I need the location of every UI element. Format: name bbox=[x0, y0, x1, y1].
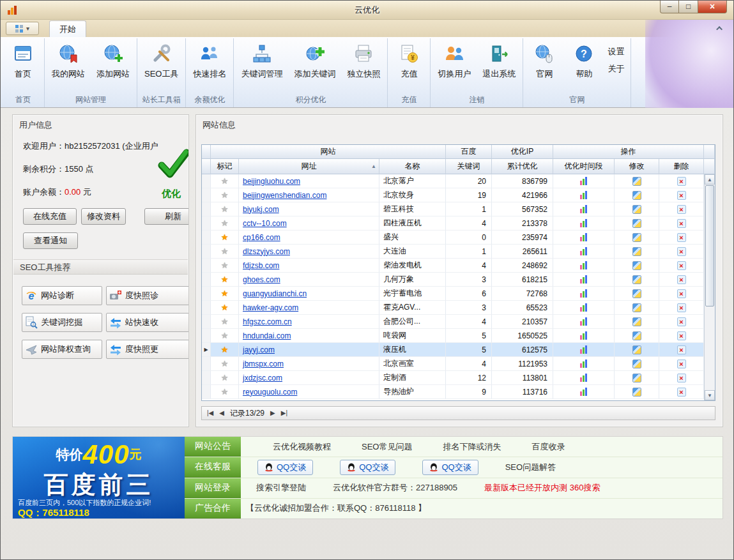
table-row[interactable]: ★ghoes.com几何万象3618215× bbox=[202, 273, 715, 287]
star-icon[interactable]: ★ bbox=[221, 261, 229, 270]
delete-icon[interactable]: × bbox=[677, 261, 686, 270]
site-url-link[interactable]: guangyudianchi.cn bbox=[243, 289, 307, 298]
ribbon-button-help[interactable]: ? 帮助 bbox=[564, 38, 604, 92]
group-header-ops[interactable]: 操作 bbox=[553, 145, 704, 159]
star-icon[interactable]: ★ bbox=[221, 373, 229, 382]
site-url-link[interactable]: reyouguolu.com bbox=[243, 388, 297, 397]
tool-site-diagnose[interactable]: e 网站诊断 bbox=[22, 286, 102, 305]
edit-icon[interactable] bbox=[632, 219, 641, 228]
delete-icon[interactable]: × bbox=[677, 345, 686, 354]
app-menu-button[interactable]: ▾ bbox=[6, 22, 39, 35]
delete-icon[interactable]: × bbox=[677, 205, 686, 214]
edit-icon[interactable] bbox=[632, 289, 641, 298]
edit-icon[interactable] bbox=[632, 233, 641, 242]
site-url-link[interactable]: hawker-agv.com bbox=[243, 303, 298, 312]
edit-icon[interactable] bbox=[632, 388, 641, 397]
refresh-button[interactable]: 刷新 bbox=[144, 208, 189, 225]
column-header-url[interactable]: 网址▲ bbox=[239, 159, 379, 174]
table-row[interactable]: ★hfgszc.com.cn合肥公司...4210357× bbox=[202, 315, 715, 329]
link-video-tutorial[interactable]: 云优化视频教程 bbox=[273, 441, 331, 453]
delete-icon[interactable]: × bbox=[677, 177, 686, 186]
ad-banner[interactable]: 特价400元 百度前三 百度前三页内，500以下指数的正规企业词! QQ：765… bbox=[13, 437, 185, 518]
delete-icon[interactable]: × bbox=[677, 191, 686, 200]
group-header-baidu[interactable]: 百度 bbox=[446, 145, 492, 159]
next-record-button[interactable]: ▶ bbox=[270, 410, 275, 416]
table-row[interactable]: ★hawker-agv.com霍克AGV...365523× bbox=[202, 301, 715, 315]
delete-icon[interactable]: × bbox=[677, 233, 686, 242]
star-icon[interactable]: ★ bbox=[221, 331, 229, 340]
seo-qa-text[interactable]: SEO问题解答 bbox=[505, 462, 556, 473]
column-header-edit[interactable]: 修改 bbox=[615, 159, 659, 174]
delete-icon[interactable]: × bbox=[677, 359, 686, 368]
delete-icon[interactable]: × bbox=[677, 247, 686, 256]
time-period-chart-icon[interactable] bbox=[580, 177, 587, 185]
site-url-link[interactable]: hfgszc.com.cn bbox=[243, 317, 292, 326]
star-icon[interactable]: ★ bbox=[221, 232, 229, 242]
delete-icon[interactable]: × bbox=[677, 219, 686, 228]
star-icon[interactable]: ★ bbox=[221, 289, 229, 298]
time-period-chart-icon[interactable] bbox=[580, 261, 587, 269]
maximize-button[interactable]: □ bbox=[679, 1, 698, 13]
scroll-down-arrow[interactable]: ▼ bbox=[705, 390, 715, 400]
edit-icon[interactable] bbox=[632, 205, 641, 214]
qq-chat-button[interactable]: QQ交谈 bbox=[340, 460, 395, 475]
ribbon-button-recharge[interactable]: ¥ 充值 bbox=[389, 38, 429, 92]
time-period-chart-icon[interactable] bbox=[580, 191, 587, 199]
edit-icon[interactable] bbox=[632, 191, 641, 200]
ribbon-button-fast-rank[interactable]: 快速排名 bbox=[187, 38, 232, 92]
time-period-chart-icon[interactable] bbox=[580, 388, 587, 396]
tab-start[interactable]: 开始 bbox=[49, 20, 86, 37]
star-icon[interactable]: ★ bbox=[221, 387, 229, 397]
delete-icon[interactable]: × bbox=[677, 289, 686, 298]
tool-snapshot-update[interactable]: 度快照更 bbox=[106, 340, 189, 359]
edit-icon[interactable] bbox=[632, 275, 641, 284]
edit-icon[interactable] bbox=[632, 177, 641, 186]
edit-icon[interactable] bbox=[632, 374, 641, 382]
edit-profile-button[interactable]: 修改资料 bbox=[81, 208, 126, 225]
time-period-chart-icon[interactable] bbox=[580, 247, 587, 255]
time-period-chart-icon[interactable] bbox=[580, 317, 587, 326]
site-url-link[interactable]: dlzszyjys.com bbox=[243, 247, 290, 256]
star-icon[interactable]: ★ bbox=[221, 359, 229, 368]
ribbon-button-home[interactable]: 首页 bbox=[3, 38, 43, 92]
delete-icon[interactable]: × bbox=[677, 374, 686, 382]
star-icon[interactable]: ★ bbox=[221, 176, 229, 186]
delete-icon[interactable]: × bbox=[677, 388, 686, 397]
prev-record-button[interactable]: ◀ bbox=[219, 410, 224, 416]
time-period-chart-icon[interactable] bbox=[580, 345, 587, 354]
column-header-period[interactable]: 优化时间段 bbox=[553, 159, 615, 174]
time-period-chart-icon[interactable] bbox=[580, 233, 587, 241]
time-period-chart-icon[interactable] bbox=[580, 275, 587, 284]
qq-chat-button[interactable]: QQ交谈 bbox=[422, 460, 478, 475]
star-icon[interactable]: ★ bbox=[221, 303, 229, 312]
edit-icon[interactable] bbox=[632, 261, 641, 270]
table-row[interactable]: ★beijingluohu.com北京落户20836799× bbox=[202, 174, 715, 188]
ribbon-button-about[interactable]: 关于 bbox=[608, 63, 624, 75]
delete-icon[interactable]: × bbox=[677, 303, 686, 312]
edit-icon[interactable] bbox=[632, 331, 641, 340]
collapse-ribbon-button[interactable] bbox=[714, 24, 726, 33]
time-period-chart-icon[interactable] bbox=[580, 331, 587, 340]
edit-icon[interactable] bbox=[632, 359, 641, 368]
site-url-link[interactable]: jxdzjsc.com bbox=[243, 374, 282, 382]
site-url-link[interactable]: fdjzsb.com bbox=[243, 261, 279, 270]
ribbon-button-snapshot[interactable]: 独立快照 bbox=[341, 38, 386, 92]
close-button[interactable]: × bbox=[698, 1, 727, 13]
site-url-link[interactable]: beijingwenshendian.com bbox=[243, 191, 326, 200]
site-url-link[interactable]: cctv--10.com bbox=[243, 219, 287, 228]
delete-icon[interactable]: × bbox=[677, 275, 686, 284]
site-url-link[interactable]: ghoes.com bbox=[243, 275, 280, 284]
table-row[interactable]: ★dlzszyjys.com大连油1265611× bbox=[202, 245, 715, 259]
search-engine-login-link[interactable]: 搜索引擎登陆 bbox=[256, 482, 306, 494]
vertical-scrollbar[interactable]: ▲ ▼ bbox=[704, 174, 715, 400]
star-icon[interactable]: ★ bbox=[221, 246, 229, 256]
star-icon[interactable]: ★ bbox=[221, 190, 229, 200]
star-icon[interactable]: ★ bbox=[221, 204, 229, 214]
link-rank-drop[interactable]: 排名下降或消失 bbox=[443, 441, 501, 453]
star-icon[interactable]: ★ bbox=[221, 317, 229, 326]
site-url-link[interactable]: jbmspx.com bbox=[243, 359, 284, 368]
star-icon[interactable]: ★ bbox=[221, 275, 229, 284]
edit-icon[interactable] bbox=[632, 317, 641, 326]
table-row[interactable]: ★cp166.com盛兴0235974× bbox=[202, 231, 715, 245]
column-header-name[interactable]: 名称 bbox=[379, 159, 446, 174]
